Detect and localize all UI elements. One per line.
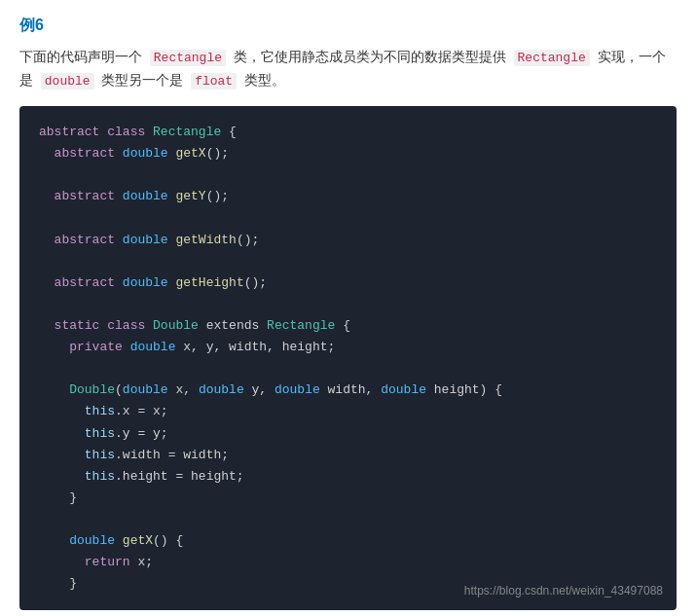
- description: 下面的代码声明一个 Rectangle 类，它使用静态成员类为不同的数据类型提供…: [19, 46, 677, 92]
- code-line-blank1: [39, 164, 657, 186]
- code-line-4: abstract double getWidth();: [39, 230, 657, 251]
- code-line-8: Double(double x, double y, double width,…: [39, 380, 657, 401]
- code-block: abstract class Rectangle { abstract doub…: [19, 106, 677, 610]
- desc-highlight1: Rectangle: [150, 50, 226, 66]
- code-line-11: this.width = width;: [39, 445, 657, 466]
- desc-highlight2: Rectangle: [514, 50, 590, 66]
- code-line-blank2: [39, 208, 657, 230]
- code-line-12: this.height = height;: [39, 466, 657, 488]
- code-line-10: this.y = y;: [39, 423, 657, 445]
- example-title: 例6: [19, 16, 677, 36]
- title-number: 6: [35, 17, 44, 33]
- desc-text-end: 类型。: [244, 72, 285, 88]
- desc-highlight4: float: [191, 73, 237, 90]
- code-line-7: private double x, y, width, height;: [39, 337, 657, 358]
- desc-highlight3: double: [41, 73, 94, 90]
- code-line-2: abstract double getX();: [39, 143, 657, 164]
- code-line-blank3: [39, 251, 657, 272]
- desc-text-mid3: 类型另一个是: [101, 72, 183, 88]
- code-line-15: return x;: [39, 552, 657, 573]
- code-line-1: abstract class Rectangle {: [39, 122, 657, 143]
- code-line-blank4: [39, 294, 657, 315]
- code-line-13: }: [39, 488, 657, 509]
- code-line-3: abstract double getY();: [39, 186, 657, 207]
- code-line-5: abstract double getHeight();: [39, 272, 657, 294]
- desc-text-before1: 下面的代码声明一个: [19, 49, 142, 64]
- desc-text-mid1: 类，它使用静态成员类为不同的数据类型提供: [234, 49, 506, 64]
- code-line-blank6: [39, 509, 657, 530]
- url-label: https://blog.csdn.net/weixin_43497088: [464, 581, 663, 600]
- code-line-9: this.x = x;: [39, 401, 657, 422]
- code-line-14: double getX() {: [39, 530, 657, 552]
- code-line-6: static class Double extends Rectangle {: [39, 315, 657, 337]
- code-line-blank5: [39, 358, 657, 380]
- title-prefix: 例: [19, 17, 35, 33]
